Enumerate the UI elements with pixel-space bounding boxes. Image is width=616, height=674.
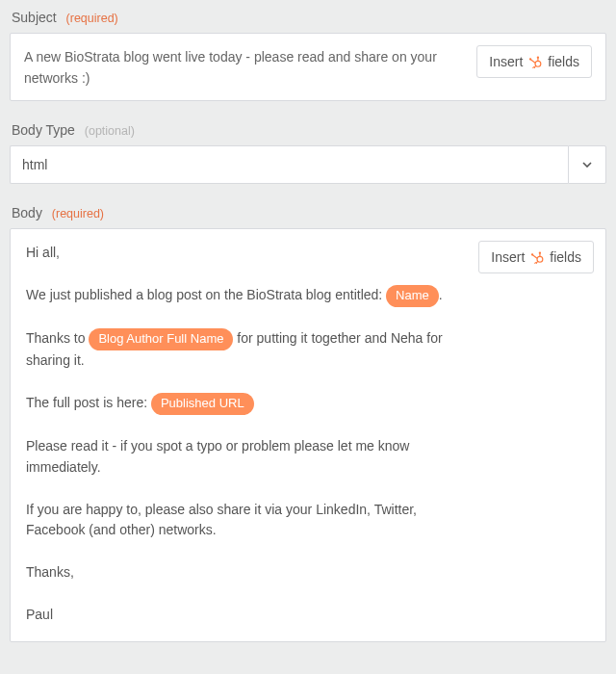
chevron-down-icon bbox=[582, 162, 592, 168]
bodytype-selected-value[interactable]: html bbox=[10, 145, 568, 184]
body-sign: Paul bbox=[26, 607, 53, 622]
subject-label: Subject (required) bbox=[12, 10, 606, 25]
body-thanks: Thanks, bbox=[26, 564, 74, 580]
svg-point-4 bbox=[537, 56, 539, 58]
insert-prefix: Insert bbox=[489, 54, 523, 69]
svg-point-5 bbox=[529, 58, 531, 60]
body-p2-pre: Thanks to bbox=[26, 330, 89, 346]
body-p1-pre: We just published a blog post on the Bio… bbox=[26, 287, 386, 302]
bodytype-label-text: Body Type bbox=[12, 122, 75, 138]
bodytype-dropdown-toggle[interactable] bbox=[568, 145, 606, 184]
body-p4: Please read it - if you spot a typo or p… bbox=[26, 438, 409, 475]
hubspot-icon bbox=[530, 250, 544, 264]
body-p5: If you are happy to, please also share i… bbox=[26, 502, 417, 538]
svg-line-2 bbox=[531, 60, 536, 63]
token-name[interactable]: Name bbox=[386, 285, 439, 307]
bodytype-select[interactable]: html bbox=[10, 145, 606, 184]
insert-suffix: fields bbox=[550, 249, 581, 265]
insert-suffix: fields bbox=[548, 54, 579, 69]
insert-prefix: Insert bbox=[491, 249, 525, 265]
bodytype-label: Body Type (optional) bbox=[12, 122, 606, 138]
subject-input[interactable]: A new BioStrata blog went live today - p… bbox=[24, 45, 467, 89]
insert-fields-button-body[interactable]: Insert fields bbox=[478, 241, 594, 273]
token-author-full-name[interactable]: Blog Author Full Name bbox=[89, 328, 233, 350]
subject-label-text: Subject bbox=[12, 10, 57, 25]
subject-required-hint: (required) bbox=[66, 12, 118, 25]
insert-fields-button-subject[interactable]: Insert fields bbox=[476, 45, 592, 78]
subject-section: Subject (required) A new BioStrata blog … bbox=[10, 10, 606, 101]
svg-point-12 bbox=[531, 254, 533, 256]
body-text[interactable]: Hi all, We just published a blog post on… bbox=[26, 243, 590, 625]
svg-line-9 bbox=[533, 255, 538, 259]
body-p3-pre: The full post is here: bbox=[26, 395, 151, 410]
body-required-hint: (required) bbox=[52, 207, 104, 220]
bodytype-optional-hint: (optional) bbox=[85, 124, 135, 138]
body-label-text: Body bbox=[12, 205, 42, 220]
svg-point-11 bbox=[539, 252, 541, 254]
svg-point-6 bbox=[533, 67, 535, 68]
hubspot-icon bbox=[528, 55, 542, 68]
token-published-url[interactable]: Published URL bbox=[151, 393, 254, 415]
body-editor[interactable]: Insert fields Hi all, We just published … bbox=[10, 228, 606, 642]
body-label: Body (required) bbox=[12, 205, 606, 220]
bodytype-section: Body Type (optional) html bbox=[10, 122, 606, 184]
body-section: Body (required) Insert fields Hi all, bbox=[10, 205, 606, 642]
subject-box: A new BioStrata blog went live today - p… bbox=[10, 33, 606, 101]
svg-point-13 bbox=[535, 263, 537, 264]
body-p1-post: . bbox=[439, 287, 443, 302]
body-greeting: Hi all, bbox=[26, 245, 60, 260]
